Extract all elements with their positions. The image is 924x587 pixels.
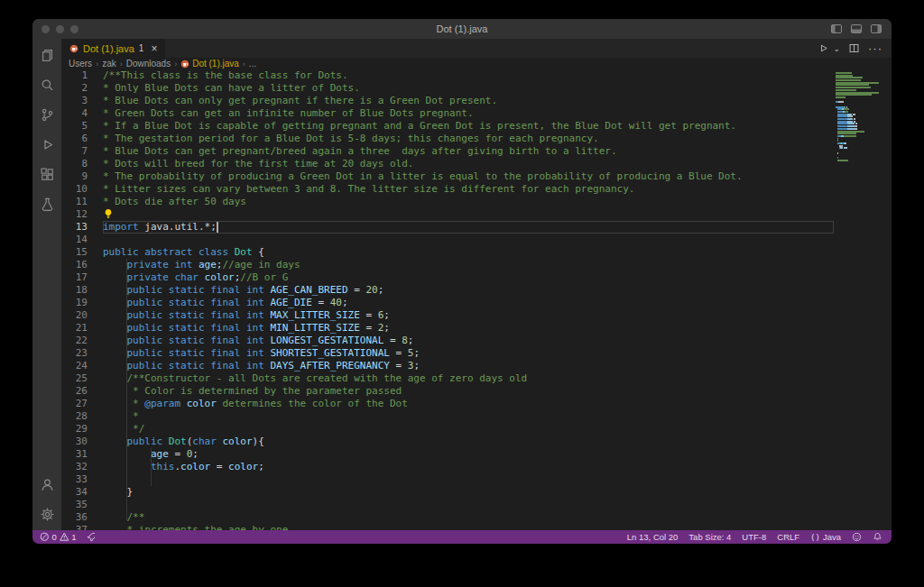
line-content[interactable]: * Blue Dots can get pregnant/breed again… [103, 145, 834, 158]
code-line[interactable]: 1/**This class is the base class for Dot… [61, 69, 834, 82]
line-content[interactable]: private int age;//age in days [103, 259, 834, 271]
line-content[interactable]: public static final int AGE_DIE = 40; [103, 297, 834, 309]
code-line[interactable]: 20 public static final int MAX_LITTER_SI… [61, 309, 834, 322]
code-line[interactable]: 14 [61, 234, 834, 246]
line-content[interactable]: age = 0; [103, 448, 834, 461]
line-content[interactable]: * Color is determined by the parameter p… [103, 385, 834, 398]
feedback-smiley-icon[interactable] [852, 532, 862, 542]
line-content[interactable]: public static final int SHORTEST_GESTATI… [103, 347, 834, 360]
accounts-icon[interactable] [38, 475, 56, 493]
line-content[interactable]: * increments the age by one [103, 524, 834, 530]
code-action-lightbulb-icon[interactable] [103, 208, 114, 219]
line-content[interactable]: * Green Dots can get an infinite number … [103, 107, 834, 120]
line-content[interactable]: this.color = color; [103, 461, 834, 473]
code-line[interactable]: 26 * Color is determined by the paramete… [61, 385, 834, 398]
line-content[interactable] [103, 499, 834, 511]
code-line[interactable]: 13import java.util.*; [61, 221, 834, 234]
code-line[interactable]: 29 */ [61, 423, 834, 436]
line-content[interactable]: public static final int AGE_CAN_BREED = … [103, 284, 834, 297]
code-line[interactable]: 16 private int age;//age in days [61, 259, 834, 271]
code-line[interactable]: 12 [61, 208, 834, 221]
notifications-bell-icon[interactable] [873, 532, 882, 542]
line-content[interactable]: } [103, 486, 834, 499]
code-line[interactable]: 3* Blue Dots can only get pregnant if th… [61, 95, 834, 107]
code-line[interactable]: 11* Dots die after 50 days [61, 196, 834, 208]
minimap[interactable] [834, 69, 884, 530]
line-content[interactable]: public abstract class Dot { [103, 246, 834, 259]
testing-icon[interactable] [38, 195, 56, 213]
code-line[interactable]: 25 /**Constructor - all Dots are created… [61, 372, 834, 385]
breadcrumb-item[interactable]: Users [69, 59, 92, 69]
run-java-button[interactable] [818, 42, 829, 54]
line-content[interactable]: * Blue Dots can only get pregnant if the… [103, 95, 834, 107]
minimize-window-button[interactable] [56, 25, 64, 33]
java-lightweight-rocket-icon[interactable] [86, 532, 96, 542]
code-line[interactable]: 27 * @param color determines the color o… [61, 398, 834, 410]
line-content[interactable]: private char color;//B or G [103, 271, 834, 284]
tab-close-icon[interactable]: × [151, 43, 157, 54]
line-content[interactable] [103, 208, 834, 221]
line-content[interactable]: * Only Blue Dots can have a litter of Do… [103, 82, 834, 95]
close-window-button[interactable] [42, 25, 50, 33]
code-line[interactable]: 18 public static final int AGE_CAN_BREED… [61, 284, 834, 297]
language-indicator[interactable]: () Java [810, 532, 841, 542]
line-content[interactable]: * Litter sizes can vary between 3 and 8.… [103, 183, 834, 196]
code-line[interactable]: 24 public static final int DAYS_AFTER_PR… [61, 360, 834, 372]
code-line[interactable]: 22 public static final int LONGEST_GESTA… [61, 335, 834, 347]
toggle-sidebar-icon[interactable] [830, 23, 843, 35]
code-line[interactable]: 5* If a Blue Dot is capable of getting p… [61, 120, 834, 133]
settings-gear-icon[interactable] [38, 505, 56, 523]
titlebar[interactable]: Dot (1).java [32, 19, 892, 39]
code-line[interactable]: 32 this.color = color; [61, 461, 834, 473]
breadcrumb-item[interactable]: ... [249, 59, 256, 69]
line-content[interactable]: * The gestation period for a Blue Dot is… [103, 133, 834, 145]
code-line[interactable]: 28 * [61, 410, 834, 423]
line-content[interactable] [103, 234, 834, 246]
tab-size-indicator[interactable]: Tab Size: 4 [688, 532, 731, 542]
line-content[interactable]: * @param color determines the color of t… [103, 398, 834, 410]
code-line[interactable]: 6* The gestation period for a Blue Dot i… [61, 133, 834, 145]
code-line[interactable]: 15public abstract class Dot { [61, 246, 834, 259]
run-debug-icon[interactable] [38, 135, 56, 153]
toggle-secondary-sidebar-icon[interactable] [870, 23, 882, 35]
code-line[interactable]: 7* Blue Dots can get pregnant/breed agai… [61, 145, 834, 158]
line-content[interactable]: * The probability of producing a Green D… [103, 170, 834, 183]
toggle-panel-icon[interactable] [850, 23, 863, 35]
line-content[interactable]: /**This class is the base class for Dots… [103, 69, 834, 82]
line-content[interactable] [103, 473, 834, 486]
line-content[interactable]: public Dot(char color){ [103, 436, 834, 448]
code-line[interactable]: 37 * increments the age by one [61, 524, 834, 530]
code-line[interactable]: 4* Green Dots can get an infinite number… [61, 107, 834, 120]
line-content[interactable]: * Dots will breed for the first time at … [103, 158, 834, 170]
eol-indicator[interactable]: CRLF [777, 532, 799, 542]
line-content[interactable]: * Dots die after 50 days [103, 196, 834, 208]
line-content[interactable]: import java.util.*; [103, 221, 834, 234]
code-line[interactable]: 8* Dots will breed for the first time at… [61, 158, 834, 170]
more-actions-button[interactable]: ··· [868, 41, 882, 55]
code-line[interactable]: 31 age = 0; [61, 448, 834, 461]
code-line[interactable]: 9* The probability of producing a Green … [61, 170, 834, 183]
breadcrumb-item[interactable]: zak [102, 59, 116, 69]
run-dropdown-chevron-icon[interactable]: ⌄ [833, 44, 840, 53]
line-content[interactable]: * If a Blue Dot is capable of getting pr… [103, 120, 834, 133]
cursor-position[interactable]: Ln 13, Col 20 [627, 532, 679, 542]
code-line[interactable]: 34 } [61, 486, 834, 499]
problems-indicator[interactable]: 0 1 [40, 532, 77, 542]
editor-scrollbar[interactable] [884, 69, 892, 530]
tab-dot-java[interactable]: Dot (1).java 1 × [61, 39, 165, 58]
code-editor[interactable]: 1/**This class is the base class for Dot… [61, 69, 834, 530]
line-content[interactable]: public static final int DAYS_AFTER_PREGN… [103, 360, 834, 372]
code-line[interactable]: 35 [61, 499, 834, 511]
code-line[interactable]: 30 public Dot(char color){ [61, 436, 834, 448]
split-editor-button[interactable] [848, 42, 860, 54]
line-content[interactable]: * [103, 410, 834, 423]
code-line[interactable]: 2* Only Blue Dots can have a litter of D… [61, 82, 834, 95]
extensions-icon[interactable] [38, 165, 56, 183]
line-content[interactable]: public static final int MAX_LITTER_SIZE … [103, 309, 834, 322]
code-line[interactable]: 23 public static final int SHORTEST_GEST… [61, 347, 834, 360]
code-line[interactable]: 19 public static final int AGE_DIE = 40; [61, 297, 834, 309]
explorer-icon[interactable] [38, 46, 56, 64]
line-content[interactable]: /**Constructor - all Dots are created wi… [103, 372, 834, 385]
breadcrumb-item[interactable]: Dot (1).java [180, 59, 239, 69]
search-icon[interactable] [38, 76, 56, 94]
